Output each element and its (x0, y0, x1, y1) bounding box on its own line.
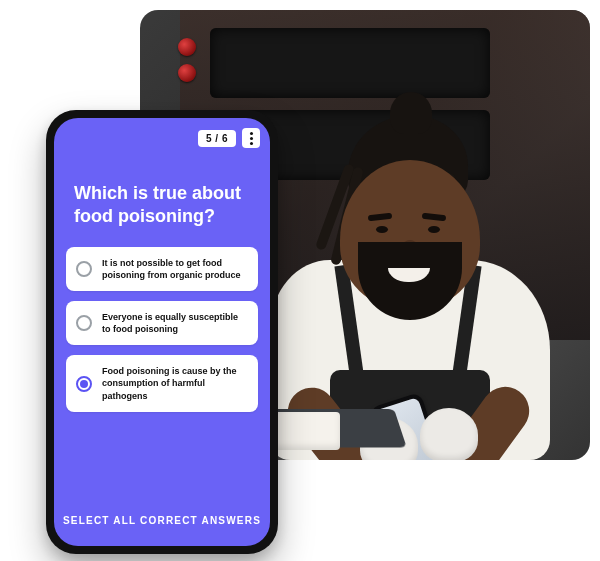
oven-knob (178, 64, 196, 82)
more-menu-button[interactable] (242, 128, 260, 148)
question-text: Which is true about food poisoning? (54, 148, 270, 247)
instruction-text: SELECT ALL CORRECT ANSWERS (54, 499, 270, 546)
radio-icon (76, 315, 92, 331)
option-3[interactable]: Food poisoning is cause by the consumpti… (66, 355, 258, 411)
option-label: Food poisoning is cause by the consumpti… (102, 365, 246, 401)
quiz-topbar: 5 / 6 (54, 118, 270, 148)
option-2[interactable]: Everyone is equally susceptible to food … (66, 301, 258, 345)
quiz-screen: 5 / 6 Which is true about food poisoning… (54, 118, 270, 546)
radio-icon (76, 376, 92, 392)
oven-slot (210, 28, 490, 98)
progress-counter: 5 / 6 (198, 130, 236, 147)
radio-icon (76, 261, 92, 277)
phone-mockup: 5 / 6 Which is true about food poisoning… (46, 110, 278, 554)
oven-knob (178, 38, 196, 56)
option-1[interactable]: It is not possible to get food poisoning… (66, 247, 258, 291)
option-label: It is not possible to get food poisoning… (102, 257, 246, 281)
options-list: It is not possible to get food poisoning… (54, 247, 270, 412)
option-label: Everyone is equally susceptible to food … (102, 311, 246, 335)
